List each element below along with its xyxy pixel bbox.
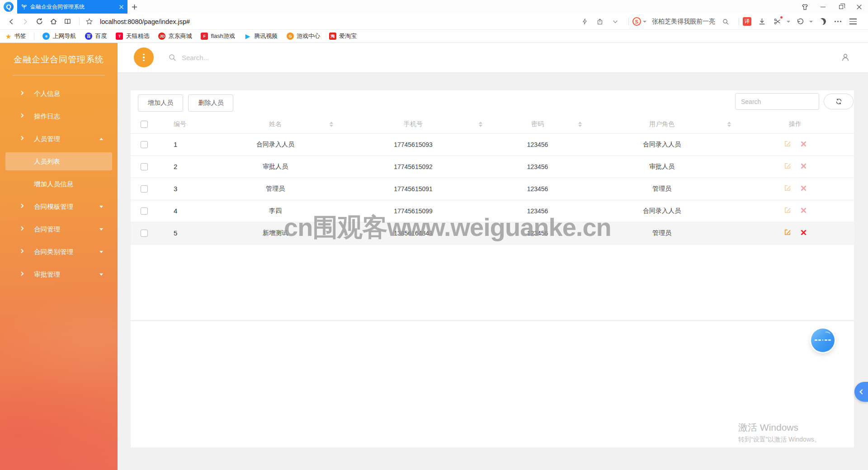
delete-person-button[interactable]: 删除人员 [188, 94, 233, 112]
sidebar-item[interactable]: 合同管理 [0, 218, 118, 240]
refresh-button[interactable] [824, 94, 854, 109]
browser-tab-active[interactable]: 金融企业合同管理系统 [17, 0, 127, 14]
undo-icon[interactable] [794, 16, 806, 28]
bookmarks-root[interactable]: ★ 书签 [5, 32, 26, 40]
sidebar-item[interactable]: 人员管理 [0, 127, 118, 150]
cell-name: 管理员 [212, 178, 339, 200]
sidebar-item[interactable]: 增加人员信息 [0, 173, 118, 195]
bookmark-item[interactable]: JD 京东商城 [158, 32, 192, 40]
bookmark-label: 腾讯视频 [254, 32, 278, 40]
edit-icon[interactable] [784, 229, 791, 237]
bookmark-item[interactable]: 百 百度 [85, 32, 107, 40]
close-button[interactable] [850, 0, 868, 14]
edit-icon[interactable] [784, 162, 791, 171]
expand-caret-icon [99, 228, 103, 230]
column-header[interactable]: 手机号 [339, 115, 488, 133]
bookmark-item[interactable]: 淘 爱淘宝 [329, 32, 357, 40]
bookmark-item[interactable]: G 游戏中心 [287, 32, 320, 40]
flash-lightning-icon[interactable] [579, 16, 590, 28]
theme-skin-icon[interactable] [796, 0, 814, 14]
bookmark-item[interactable]: e 上网导航 [42, 32, 76, 40]
select-all-checkbox[interactable] [141, 121, 148, 128]
sidebar-item[interactable]: 操作日志 [0, 105, 118, 127]
column-header[interactable]: 姓名 [212, 115, 339, 133]
browser-logo[interactable]: Q [4, 2, 14, 12]
row-checkbox[interactable] [141, 185, 148, 193]
reading-mode-icon[interactable] [61, 16, 73, 28]
refresh-icon[interactable] [33, 16, 45, 28]
forward-icon[interactable] [19, 16, 31, 28]
row-checkbox[interactable] [141, 230, 148, 237]
sidebar-item[interactable]: 人员列表 [5, 152, 112, 170]
browser-float-ball[interactable] [811, 329, 835, 352]
cell-phone: 17745615099 [339, 200, 488, 222]
table-search-input[interactable] [735, 93, 819, 110]
new-tab-button[interactable] [127, 0, 141, 14]
translate-icon[interactable]: 译 [743, 17, 751, 26]
screenshot-scissors-icon[interactable] [771, 16, 783, 28]
edit-icon[interactable] [784, 207, 791, 215]
bookmark-favicon-icon: F [201, 33, 208, 40]
chevron-down-icon[interactable] [609, 16, 621, 28]
row-checkbox[interactable] [141, 207, 148, 215]
chevron-right-icon [19, 204, 24, 208]
column-label: 用户角色 [649, 120, 675, 127]
edit-icon[interactable] [784, 184, 791, 193]
sidebar-item[interactable]: 合同类别管理 [0, 240, 118, 263]
bookmark-item[interactable]: T 天猫精选 [116, 32, 149, 40]
column-header[interactable]: 密码 [488, 115, 587, 133]
delete-icon[interactable] [801, 163, 807, 170]
more-options-icon[interactable] [832, 16, 844, 28]
delete-icon[interactable] [801, 230, 807, 237]
column-label: 姓名 [269, 120, 282, 127]
bookmark-item[interactable]: F flash游戏 [201, 32, 235, 40]
column-label: 密码 [531, 120, 544, 127]
column-header[interactable]: 编号 [158, 115, 212, 133]
cell-role: 合同录入人员 [587, 133, 736, 155]
column-header[interactable]: 用户角色 [587, 115, 736, 133]
user-avatar-icon[interactable] [841, 53, 850, 64]
add-person-button[interactable]: 增加人员 [138, 94, 183, 112]
url-field[interactable]: localhost:8080/page/index.jsp# [100, 18, 190, 25]
topbar-search-input[interactable] [182, 50, 372, 65]
sidebar-item[interactable]: 审批管理 [0, 263, 118, 286]
cell-id: 4 [158, 200, 212, 222]
menu-hamburger-icon[interactable] [847, 16, 859, 28]
app-top-bar [118, 43, 868, 72]
edit-icon[interactable] [784, 140, 791, 149]
undo-caret-icon[interactable] [809, 21, 813, 23]
delete-icon[interactable] [801, 141, 807, 148]
column-header[interactable]: 操作 [736, 115, 854, 133]
share-icon[interactable] [594, 16, 606, 28]
row-checkbox[interactable] [141, 141, 148, 148]
scissors-caret-icon[interactable] [787, 21, 790, 23]
sidebar-item-label: 人员列表 [34, 157, 60, 166]
row-checkbox[interactable] [141, 163, 148, 170]
sidebar-toggle-button[interactable] [134, 47, 154, 67]
sidebar-item[interactable]: 合同模板管理 [0, 195, 118, 218]
bookmark-item[interactable]: ▶ 腾讯视频 [244, 32, 278, 40]
sidebar-nav: 个人信息 操作日志 人员管理 [0, 82, 118, 286]
hot-search-suggestion[interactable]: 张柏芝美得我眼前一亮 [652, 18, 715, 26]
sort-arrows-icon[interactable] [727, 122, 731, 127]
sort-arrows-icon[interactable] [578, 122, 582, 127]
sort-arrows-icon[interactable] [330, 122, 333, 127]
bookmark-star-icon[interactable] [83, 16, 95, 28]
tab-close-icon[interactable] [119, 5, 123, 9]
sidebar-item[interactable]: 个人信息 [0, 82, 118, 105]
download-icon[interactable] [756, 16, 768, 28]
delete-icon[interactable] [801, 185, 807, 193]
app-title: 金融企业合同管理系统 [0, 54, 118, 66]
minimize-button[interactable] [814, 0, 832, 14]
restore-button[interactable] [832, 0, 850, 14]
topbar-search-icon [168, 53, 176, 63]
sort-arrows-icon[interactable] [479, 122, 482, 127]
search-icon[interactable] [720, 16, 731, 28]
back-icon[interactable] [5, 16, 17, 28]
search-engine-caret-icon[interactable] [643, 21, 646, 23]
delete-icon[interactable] [801, 207, 807, 215]
night-mode-moon-icon[interactable] [816, 16, 828, 28]
bookmark-favicon-icon: ▶ [244, 33, 251, 40]
search-engine-icon[interactable]: S [632, 17, 641, 26]
home-icon[interactable] [47, 16, 59, 28]
